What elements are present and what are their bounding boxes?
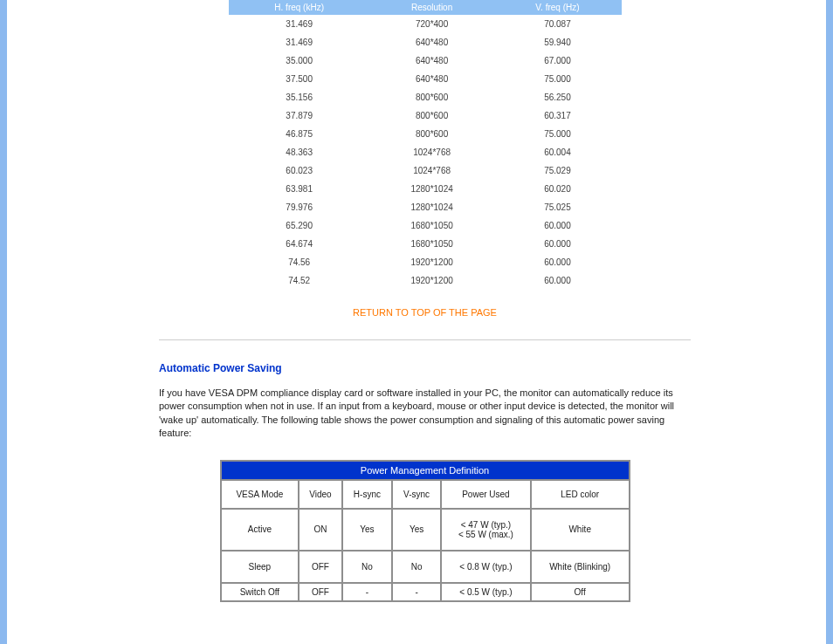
power-col-vesamode: VESA Mode [222,481,299,508]
return-to-top-link[interactable]: RETURN TO TOP OF THE PAGE [353,307,497,318]
spec-table-cell: 31.469 [229,33,370,51]
right-blue-bar [826,0,833,644]
spec-table-cell: 37.500 [229,70,370,88]
spec-col-resolution: Resolution [370,0,494,15]
spec-table-head: H. freq (kHz) Resolution V. freq (Hz) [229,0,622,15]
spec-table-cell: 60.023 [229,161,370,180]
power-table-cell: < 47 W (typ.)< 55 W (max.) [442,510,530,550]
right-margin [699,0,826,644]
power-table-cell: - [393,584,440,600]
spec-table-cell: 79.976 [229,198,370,216]
spec-table: H. freq (kHz) Resolution V. freq (Hz) 31… [229,0,622,290]
spec-table-header-row: H. freq (kHz) Resolution V. freq (Hz) [229,0,622,15]
power-col-ledcolor: LED color [532,481,629,508]
spec-table-row: 37.500640*48075.000 [229,70,622,88]
spec-table-row: 74.561920*120060.000 [229,253,622,271]
spec-table-cell: 37.879 [229,106,370,125]
spec-table-cell: 1280*1024 [370,198,494,216]
spec-table-row: 35.156800*60056.250 [229,88,622,106]
spec-table-cell: 1280*1024 [370,180,494,198]
power-table-row: Switch OffOFF--< 0.5 W (typ.)Off [222,584,629,600]
power-table-cell: Active [222,510,299,550]
spec-table-row: 63.9811280*102460.020 [229,180,622,198]
power-table-row: ActiveONYesYes< 47 W (typ.)< 55 W (max.)… [222,510,629,550]
spec-table-row: 74.521920*120060.000 [229,271,622,290]
power-table-title: Power Management Definition [222,462,629,479]
power-table-wrap: Power Management Definition VESA Mode Vi… [220,460,630,602]
spec-table-cell: 640*480 [370,33,494,51]
separator [159,339,691,340]
spec-table-cell: 1024*768 [370,143,494,161]
section-title-auto-power-saving: Automatic Power Saving [159,362,691,374]
power-table-cell: No [393,552,440,582]
spec-table-cell: 720*400 [370,15,494,33]
spec-table-body: 31.469720*40070.08731.469640*48059.94035… [229,15,622,290]
power-table: Power Management Definition VESA Mode Vi… [220,460,630,602]
spec-table-row: 31.469720*40070.087 [229,15,622,33]
spec-table-cell: 60.000 [493,216,621,235]
spec-table-cell: 74.56 [229,253,370,271]
spec-table-row: 35.000640*48067.000 [229,51,622,70]
spec-table-row: 65.2901680*105060.000 [229,216,622,235]
power-table-cell: Switch Off [222,584,299,600]
spec-table-cell: 60.000 [493,253,621,271]
section-text: If you have VESA DPM compliance display … [159,387,691,441]
spec-table-cell: 60.020 [493,180,621,198]
spec-table-cell: 65.290 [229,216,370,235]
power-table-cell: Yes [393,510,440,550]
spec-table-row: 64.6741680*105060.000 [229,235,622,253]
content-column: H. freq (kHz) Resolution V. freq (Hz) 31… [159,0,699,644]
power-table-cell: - [343,584,391,600]
power-table-cell: < 0.5 W (typ.) [442,584,530,600]
spec-table-cell: 46.875 [229,125,370,143]
spec-table-row: 46.875800*60075.000 [229,125,622,143]
spec-table-cell: 60.000 [493,271,621,290]
spec-col-hfreq: H. freq (kHz) [229,0,370,15]
power-table-cell: No [343,552,391,582]
spec-table-cell: 75.000 [493,70,621,88]
spec-table-cell: 1920*1200 [370,253,494,271]
power-table-cell: ON [299,510,341,550]
spec-table-cell: 60.000 [493,235,621,253]
power-table-cell: White [532,510,629,550]
spec-table-cell: 75.000 [493,125,621,143]
spec-table-cell: 74.52 [229,271,370,290]
spec-table-row: 60.0231024*76875.029 [229,161,622,180]
spec-table-cell: 640*480 [370,51,494,70]
power-table-title-row: Power Management Definition [222,462,629,479]
spec-col-vfreq: V. freq (Hz) [493,0,621,15]
spec-table-cell: 64.674 [229,235,370,253]
spec-table-cell: 60.317 [493,106,621,125]
spec-table-cell: 70.087 [493,15,621,33]
spec-table-cell: 75.029 [493,161,621,180]
power-col-hsync: H-sync [343,481,391,508]
power-table-cell: OFF [299,584,341,600]
spec-table-cell: 31.469 [229,15,370,33]
spec-table-cell: 67.000 [493,51,621,70]
power-table-row: SleepOFFNoNo< 0.8 W (typ.)White (Blinkin… [222,552,629,582]
spec-table-cell: 800*600 [370,106,494,125]
spec-table-cell: 1680*1050 [370,235,494,253]
power-col-powerused: Power Used [442,481,530,508]
power-table-cell: Off [532,584,629,600]
return-to-top: RETURN TO TOP OF THE PAGE [159,307,691,318]
left-blue-bar [0,0,7,644]
spec-table-cell: 1024*768 [370,161,494,180]
spec-table-cell: 75.025 [493,198,621,216]
spec-table-row: 31.469640*48059.940 [229,33,622,51]
left-margin [7,0,159,644]
spec-table-row: 48.3631024*76860.004 [229,143,622,161]
spec-table-cell: 63.981 [229,180,370,198]
power-col-vsync: V-sync [393,481,440,508]
spec-table-cell: 800*600 [370,88,494,106]
spec-table-cell: 56.250 [493,88,621,106]
spec-table-cell: 800*600 [370,125,494,143]
power-col-video: Video [299,481,341,508]
power-table-cell: Sleep [222,552,299,582]
power-table-cell: Yes [343,510,391,550]
spec-table-cell: 1920*1200 [370,271,494,290]
spec-table-cell: 59.940 [493,33,621,51]
spec-table-row: 37.879800*60060.317 [229,106,622,125]
power-table-header-row: VESA Mode Video H-sync V-sync Power Used… [222,481,629,508]
page: H. freq (kHz) Resolution V. freq (Hz) 31… [0,0,833,644]
